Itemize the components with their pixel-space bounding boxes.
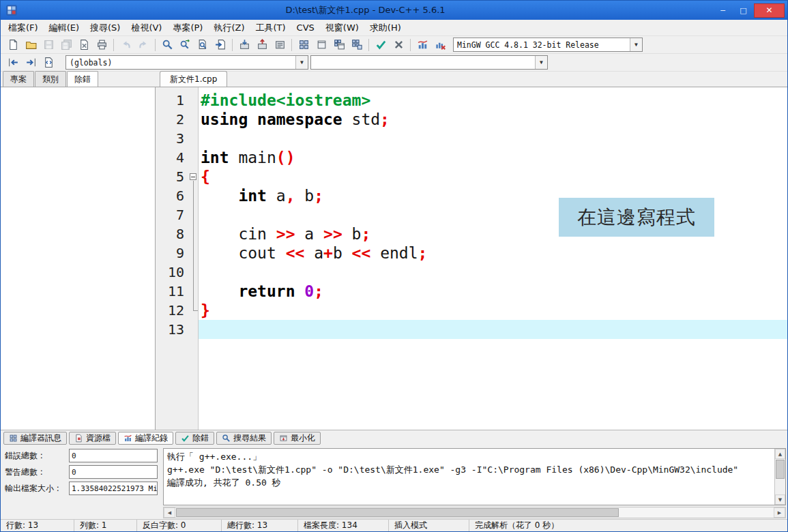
fold-column[interactable] (188, 87, 199, 430)
fold-line (188, 148, 198, 167)
class-browser-toolbar: (globals) ▼ ▼ (1, 54, 787, 72)
fold-line (188, 110, 198, 129)
errors-total-field[interactable]: 0 (69, 449, 158, 462)
print-button[interactable] (93, 38, 110, 53)
bottom-tab-debug[interactable]: 除錯 (175, 432, 214, 445)
chevron-down-icon[interactable]: ▼ (535, 56, 547, 69)
minimize-button[interactable]: ─ (713, 3, 733, 18)
bottom-tab-compile-log[interactable]: 編譯紀錄 (118, 432, 173, 445)
menu-item[interactable]: 檢視(V) (126, 20, 167, 36)
scroll-left-icon[interactable]: ◀ (164, 507, 175, 518)
save-all-icon (61, 39, 72, 50)
close-file-button[interactable] (76, 38, 92, 53)
code-line[interactable] (199, 129, 787, 148)
code-editor[interactable]: 12345678910111213 #include<iostream>usin… (156, 87, 787, 430)
menu-item[interactable]: 檔案(F) (3, 20, 44, 36)
nav-doc-button[interactable] (40, 55, 57, 70)
code-lines[interactable]: #include<iostream>using namespace std;in… (199, 87, 787, 430)
horizontal-scrollbar[interactable]: ◀ ▶ (163, 507, 786, 518)
rebuild-button[interactable] (349, 38, 365, 53)
chevron-down-icon[interactable]: ▼ (630, 38, 642, 51)
menu-item[interactable]: 執行(Z) (208, 20, 250, 36)
fold-line (188, 243, 198, 263)
title-bar[interactable]: D:\test\新文件1.cpp - Dev-C++ 5.6.1 ─ □ ✕ (1, 1, 787, 20)
left-tab-debug[interactable]: 除錯 (67, 71, 98, 87)
output-size-field[interactable]: 1.33584022521973 MiB (69, 482, 158, 495)
code-line[interactable] (199, 320, 787, 339)
bottom-tab-resources[interactable]: 資源檔 (69, 432, 116, 445)
code-line[interactable]: } (199, 301, 787, 320)
run-button[interactable] (313, 38, 330, 53)
code-line[interactable]: using namespace std; (199, 110, 787, 129)
profile-button[interactable] (414, 38, 431, 53)
left-tab-classes[interactable]: 類別 (35, 71, 66, 87)
errors-total-label: 錯誤總數 : (5, 450, 69, 462)
bottom-tab-compiler-output[interactable]: 編譯器訊息 (3, 432, 67, 445)
save-button[interactable] (40, 38, 57, 53)
replace-button[interactable] (177, 38, 193, 53)
nav-forward-button[interactable] (23, 55, 39, 70)
find-button[interactable] (159, 38, 175, 53)
save-all-button[interactable] (58, 38, 74, 53)
nav-back-button[interactable] (5, 55, 21, 70)
profile-del-button[interactable] (432, 38, 448, 53)
scrollbar-thumb[interactable] (776, 460, 785, 479)
menu-item[interactable]: CVS (291, 20, 320, 35)
line-number: 5 (156, 167, 188, 186)
fold-line (188, 91, 198, 110)
compiler-select[interactable]: MinGW GCC 4.8.1 32-bit Release ▼ (453, 38, 643, 52)
add-to-project-button[interactable] (236, 38, 252, 53)
scrollbar-thumb[interactable] (176, 508, 619, 517)
member-select[interactable]: ▼ (310, 55, 548, 70)
compile-run-button[interactable] (331, 38, 347, 53)
compile-log[interactable]: 執行「 g++.exe...」g++.exe "D:\test\新文件1.cpp… (163, 448, 786, 505)
scope-select[interactable]: (globals) ▼ (65, 55, 308, 70)
code-line[interactable]: return 0; (199, 282, 787, 301)
remove-from-project-button[interactable] (254, 38, 270, 53)
code-token: cin (201, 225, 276, 243)
new-file-button[interactable] (5, 38, 21, 53)
project-panel-body[interactable] (1, 87, 156, 430)
redo-button[interactable] (135, 38, 151, 53)
scrollbar-track[interactable] (775, 459, 785, 494)
open-file-button[interactable] (23, 38, 39, 53)
code-line[interactable]: int main() (199, 148, 787, 167)
maximize-button[interactable]: □ (733, 3, 753, 18)
code-line[interactable] (199, 263, 787, 282)
fold-marker[interactable] (188, 167, 198, 186)
menu-item[interactable]: 工具(T) (250, 20, 291, 36)
scroll-up-icon[interactable]: ▲ (775, 449, 785, 459)
find-in-files-button[interactable] (194, 38, 211, 53)
code-token: cout (201, 244, 286, 262)
menu-item[interactable]: 搜尋(S) (85, 20, 126, 36)
scroll-right-icon[interactable]: ▶ (774, 507, 785, 518)
bottom-tab-search-results[interactable]: 搜尋結果 (216, 432, 272, 445)
undo-button[interactable] (117, 38, 134, 53)
menu-item[interactable]: 視窗(W) (320, 20, 364, 36)
goto-line-button[interactable] (212, 38, 229, 53)
status-segment: 插入模式 (389, 520, 469, 531)
chevron-down-icon[interactable]: ▼ (295, 56, 308, 69)
scrollbar-track[interactable] (175, 507, 774, 518)
compile-button[interactable] (295, 38, 312, 53)
left-tab-project[interactable]: 專案 (3, 71, 34, 87)
close-button[interactable]: ✕ (754, 3, 785, 18)
code-line[interactable]: { (199, 167, 787, 186)
bottom-tab-minimize[interactable]: 最小化 (274, 432, 321, 445)
vertical-scrollbar[interactable]: ▲ ▼ (774, 449, 785, 505)
warnings-total-field[interactable]: 0 (69, 465, 158, 479)
project-options-button[interactable] (272, 38, 288, 53)
editor-tab[interactable]: 新文件1.cpp (160, 71, 227, 87)
code-line[interactable]: cout << a+b << endl; (199, 243, 787, 263)
code-token: using namespace (201, 110, 342, 128)
menu-item[interactable]: 編輯(E) (44, 20, 85, 36)
fold-collapse-icon[interactable] (190, 173, 196, 180)
log-line: 編譯成功, 共花了 0.50 秒 (167, 476, 771, 489)
code-line[interactable]: #include<iostream> (199, 91, 787, 110)
debug-check-button[interactable] (373, 38, 389, 53)
menu-item[interactable]: 求助(H) (364, 20, 407, 36)
scroll-down-icon[interactable]: ▼ (775, 494, 785, 505)
undo-icon (120, 39, 132, 50)
menu-item[interactable]: 專案(P) (167, 20, 208, 36)
abort-button[interactable] (390, 38, 407, 53)
